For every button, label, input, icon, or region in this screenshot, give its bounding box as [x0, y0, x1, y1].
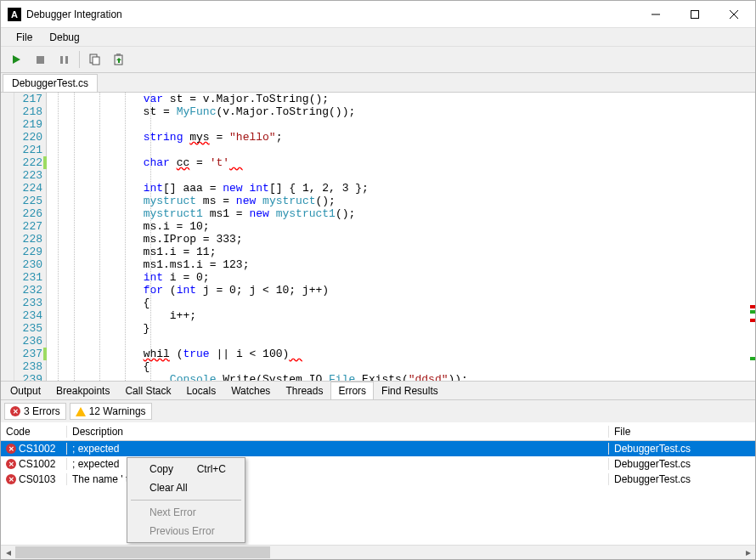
- code-area[interactable]: var st = v.Major.ToString(); st = MyFunc…: [59, 93, 748, 381]
- menu-item-copy[interactable]: CopyCtrl+C: [129, 460, 243, 478]
- menu-bar: File Debug: [1, 27, 755, 46]
- context-menu: CopyCtrl+CClear AllNext ErrorPrevious Er…: [127, 457, 245, 543]
- stop-button[interactable]: [30, 49, 50, 70]
- bottom-tab-output[interactable]: Output: [3, 382, 48, 399]
- error-row[interactable]: ✕CS1002; expectedDebuggerTest.cs: [1, 456, 755, 472]
- code-line[interactable]: whil (true || i < 100): [64, 348, 748, 360]
- close-button[interactable]: [714, 2, 753, 27]
- minimize-button[interactable]: [636, 2, 675, 27]
- errors-filter-button[interactable]: ✕ 3 Errors: [4, 403, 66, 420]
- breakpoint-margin[interactable]: [1, 93, 14, 381]
- line-number: 227: [14, 220, 42, 233]
- code-line[interactable]: {: [64, 360, 748, 373]
- run-button[interactable]: [6, 49, 26, 70]
- window-controls: [636, 2, 753, 27]
- code-line[interactable]: ms.i = 10;: [64, 220, 748, 233]
- paste-button[interactable]: [109, 49, 129, 70]
- line-number: 218: [14, 105, 42, 118]
- line-number: 238: [14, 360, 42, 373]
- code-line[interactable]: char cc = 't': [64, 156, 748, 169]
- error-file: DebuggerTest.cs: [609, 458, 755, 470]
- code-line[interactable]: [64, 169, 748, 182]
- error-icon: ✕: [10, 406, 20, 416]
- code-line[interactable]: int[] aaa = new int[] { 1, 2, 3 };: [64, 182, 748, 195]
- code-line[interactable]: {: [64, 297, 748, 309]
- scroll-track[interactable]: [15, 546, 741, 559]
- code-line[interactable]: string mys = "hello";: [64, 131, 748, 144]
- svg-rect-9: [93, 57, 99, 65]
- toolbar-separator: [79, 51, 80, 68]
- bottom-tab-breakpoints[interactable]: Breakpoints: [48, 382, 117, 399]
- scroll-right-icon[interactable]: ▸: [741, 546, 755, 560]
- menu-item-clear-all[interactable]: Clear All: [129, 478, 243, 497]
- window-title: Debugger Integration: [26, 8, 636, 20]
- copy-button[interactable]: [85, 49, 105, 70]
- scroll-thumb[interactable]: [15, 546, 270, 558]
- code-line[interactable]: ms1.ms1.i = 123;: [64, 258, 748, 271]
- menu-item-label: Previous Error: [150, 525, 215, 537]
- line-number: 221: [14, 144, 42, 156]
- menu-shortcut: Ctrl+C: [197, 463, 226, 475]
- line-number: 230: [14, 258, 42, 271]
- bottom-tab-find-results[interactable]: Find Results: [374, 382, 446, 399]
- code-line[interactable]: i++;: [64, 309, 748, 322]
- line-number: 220: [14, 131, 42, 144]
- svg-rect-5: [37, 56, 44, 64]
- line-number: 228: [14, 233, 42, 246]
- code-line[interactable]: Console.Write(System.IO.File.Exists("dds…: [64, 373, 748, 381]
- line-number: 239: [14, 373, 42, 381]
- code-line[interactable]: mystruct1 ms1 = new mystruct1();: [64, 207, 748, 220]
- bottom-tab-locals[interactable]: Locals: [178, 382, 223, 399]
- error-file: DebuggerTest.cs: [609, 473, 755, 485]
- warnings-count-label: 12 Warnings: [89, 405, 146, 417]
- line-number: 231: [14, 271, 42, 284]
- code-line[interactable]: }: [64, 322, 748, 335]
- col-header-code[interactable]: Code: [1, 426, 67, 438]
- code-line[interactable]: for (int j = 0; j < 10; j++): [64, 284, 748, 297]
- code-line[interactable]: ms1.i = 11;: [64, 246, 748, 258]
- maximize-button[interactable]: [675, 2, 714, 27]
- change-marker-icon: [43, 348, 47, 360]
- code-line[interactable]: mystruct ms = new mystruct();: [64, 195, 748, 207]
- document-tabs: DebuggerTest.cs: [1, 73, 755, 92]
- code-line[interactable]: st = MyFunc(v.Major.ToString());: [64, 105, 748, 118]
- pause-button[interactable]: [54, 49, 74, 70]
- code-line[interactable]: [64, 144, 748, 156]
- line-number: 224: [14, 182, 42, 195]
- warnings-filter-button[interactable]: 12 Warnings: [70, 403, 152, 420]
- horizontal-scrollbar[interactable]: ◂ ▸: [1, 545, 755, 559]
- col-header-file[interactable]: File: [609, 426, 755, 438]
- code-line[interactable]: var st = v.Major.ToString();: [64, 93, 748, 105]
- bottom-tab-call-stack[interactable]: Call Stack: [117, 382, 178, 399]
- error-row[interactable]: ✕CS1002; expectedDebuggerTest.cs: [1, 441, 755, 456]
- line-number: 232: [14, 284, 42, 297]
- scroll-left-icon[interactable]: ◂: [1, 546, 15, 560]
- col-header-description[interactable]: Description: [67, 426, 609, 438]
- overview-ruler[interactable]: [748, 93, 755, 381]
- menu-item-label: Clear All: [150, 482, 188, 494]
- fold-margin[interactable]: [47, 93, 59, 381]
- bottom-panel-tabs: OutputBreakpointsCall StackLocalsWatches…: [1, 381, 755, 399]
- svg-rect-1: [691, 10, 699, 18]
- svg-rect-7: [65, 56, 68, 64]
- code-line[interactable]: int i = 0;: [64, 271, 748, 284]
- code-line[interactable]: [64, 118, 748, 131]
- bottom-tab-threads[interactable]: Threads: [278, 382, 330, 399]
- code-line[interactable]: [64, 335, 748, 348]
- error-row[interactable]: ✕CS0103The name ' t contextDebuggerTest.…: [1, 472, 755, 487]
- code-editor[interactable]: 2172182192202212222232242252262272282292…: [1, 92, 755, 381]
- menu-item-previous-error: Previous Error: [129, 522, 243, 540]
- line-number: 234: [14, 309, 42, 322]
- line-number: 217: [14, 93, 42, 105]
- error-icon: ✕: [6, 474, 16, 484]
- bottom-tab-watches[interactable]: Watches: [223, 382, 278, 399]
- code-line[interactable]: ms.IProp = 333;: [64, 233, 748, 246]
- error-icon: ✕: [6, 444, 16, 454]
- error-code: CS1002: [19, 458, 55, 470]
- menu-file[interactable]: File: [8, 30, 41, 45]
- doc-tab[interactable]: DebuggerTest.cs: [3, 74, 98, 92]
- menu-debug[interactable]: Debug: [41, 30, 87, 45]
- line-number: 237: [14, 348, 42, 360]
- line-number-gutter: 2172182192202212222232242252262272282292…: [14, 93, 47, 381]
- bottom-tab-errors[interactable]: Errors: [330, 382, 374, 399]
